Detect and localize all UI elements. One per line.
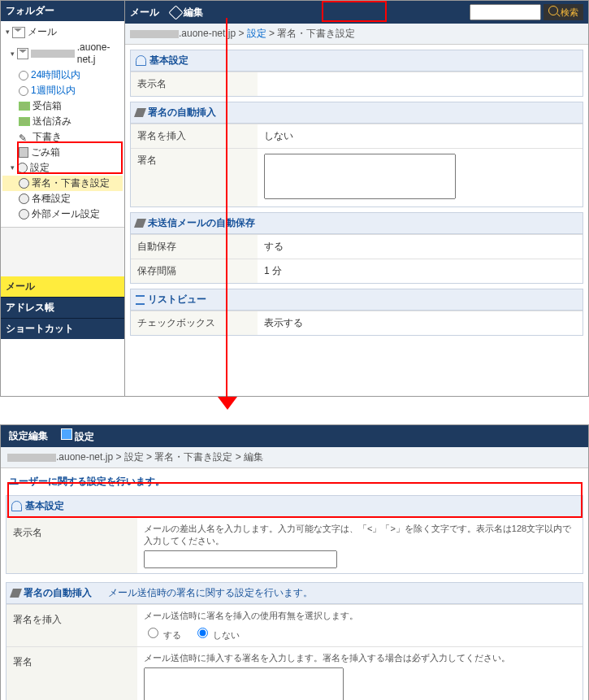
val-autosave: する: [258, 235, 583, 259]
crumb-settings[interactable]: 設定: [247, 28, 266, 39]
search-icon: [548, 6, 558, 15]
nav-external[interactable]: 外部メール設定: [2, 207, 123, 222]
mail-icon: [12, 27, 25, 38]
folder-icon: [19, 102, 30, 111]
hint-display: メールの差出人名を入力します。入力可能な文字は、「<」「>」を除く文字です。表示…: [144, 523, 576, 547]
radio-insert-yes[interactable]: する: [144, 630, 181, 640]
lbl-sig: 署名: [131, 149, 258, 207]
lbl-check: チェックボックス: [131, 311, 258, 335]
trash-icon: [19, 147, 28, 158]
lbl-autosave: 自動保存: [131, 235, 258, 259]
lbl-sig-insert: 署名を挿入: [6, 605, 137, 646]
val-interval: 1 分: [258, 259, 583, 283]
pen-icon: [134, 219, 146, 228]
annotation-arrow-head: [218, 397, 237, 410]
person-icon: [11, 501, 22, 511]
gear-icon: [19, 193, 29, 204]
acc-address[interactable]: アドレス帳: [1, 297, 124, 318]
list-icon: [136, 295, 145, 305]
input-signature[interactable]: [144, 667, 344, 700]
nav-24h[interactable]: 24時間以内: [2, 67, 123, 83]
person-icon: [136, 55, 146, 66]
save-button[interactable]: 設定: [61, 428, 94, 444]
annotation-arrow: [226, 18, 227, 400]
folder-sidebar: フォルダー ▾メール ▾.auone-net.j 24時間以内 1週間以内 受信…: [1, 1, 125, 396]
lbl-sig: 署名: [6, 647, 137, 700]
val-insert: しない: [258, 124, 583, 148]
hint-sig: メール送信時に挿入する署名を入力します。署名を挿入する場合は必ず入力してください…: [144, 652, 576, 664]
sig-textarea[interactable]: [264, 154, 456, 199]
wrench-icon: [168, 5, 183, 20]
val-check: 表示する: [258, 311, 583, 335]
edit-breadcrumb: .auone-net.jp > 設定 > 署名・下書き設定 > 編集: [1, 447, 588, 468]
root-mail[interactable]: ▾メール: [2, 24, 123, 40]
crumb-settings[interactable]: 設定: [124, 451, 144, 463]
edit-toolbar: 設定編集 設定: [1, 425, 588, 447]
pen-icon: [10, 589, 22, 598]
nav-misc[interactable]: 各種設定: [2, 191, 123, 207]
sect-basic: 基本設定: [131, 50, 583, 72]
sect-basic: 基本設定: [6, 496, 583, 517]
nav-settings[interactable]: ▾設定: [2, 160, 123, 176]
lbl-display: 表示名: [6, 518, 137, 573]
hint-sig-insert: メール送信時に署名を挿入の使用有無を選択します。: [144, 610, 576, 622]
clock-icon: [19, 71, 28, 80]
lbl-insert: 署名を挿入: [131, 124, 258, 148]
search-input[interactable]: [470, 4, 541, 20]
nav-sent[interactable]: 送信済み: [2, 114, 123, 129]
sect-sig: 署名の自動挿入: [131, 102, 583, 124]
folder-header: フォルダー: [1, 1, 124, 21]
gear-icon: [19, 209, 29, 220]
sect-list: リストビュー: [131, 289, 583, 311]
gear-icon: [19, 178, 29, 189]
nav-trash[interactable]: ごみ箱: [2, 145, 123, 160]
input-display-name[interactable]: [144, 550, 337, 568]
edit-title: 設定編集: [9, 429, 48, 443]
mail-icon: [17, 48, 28, 59]
nav-inbox[interactable]: 受信箱: [2, 98, 123, 114]
search-button[interactable]: 検索: [544, 4, 583, 20]
nav-draft[interactable]: ✎下書き: [2, 129, 123, 145]
radio-insert-no[interactable]: しない: [193, 630, 240, 640]
lbl-interval: 保存間隔: [131, 259, 258, 283]
draft-icon: ✎: [19, 133, 30, 142]
clock-icon: [19, 86, 28, 96]
breadcrumb: .auone-net.jp > 設定 > 署名・下書き設定: [125, 24, 588, 45]
sect-autosave: 未送信メールの自動保存: [131, 213, 583, 234]
nav-sig-draft[interactable]: 署名・下書き設定: [2, 176, 123, 191]
gear-icon: [17, 163, 28, 173]
acc-shortcut[interactable]: ショートカット: [1, 318, 124, 339]
edit-button[interactable]: 編集: [171, 6, 203, 20]
pen-icon: [134, 108, 146, 117]
sect-sig: 署名の自動挿入 メール送信時の署名に関する設定を行います。: [6, 583, 583, 604]
account-node[interactable]: ▾.auone-net.j: [2, 40, 123, 67]
acc-mail[interactable]: メール: [1, 276, 124, 297]
nav-1week[interactable]: 1週間以内: [2, 83, 123, 98]
search-box: 検索: [470, 4, 583, 20]
toolbar-title: メール: [130, 6, 159, 20]
save-icon: [61, 428, 72, 440]
main-toolbar: メール 編集 検索: [125, 1, 588, 24]
folder-icon: [19, 117, 30, 126]
crumb-sig[interactable]: 署名・下書き設定: [154, 451, 232, 463]
lbl-display: 表示名: [131, 72, 258, 96]
page-lead: ユーザーに関する設定を行います。: [1, 468, 588, 495]
